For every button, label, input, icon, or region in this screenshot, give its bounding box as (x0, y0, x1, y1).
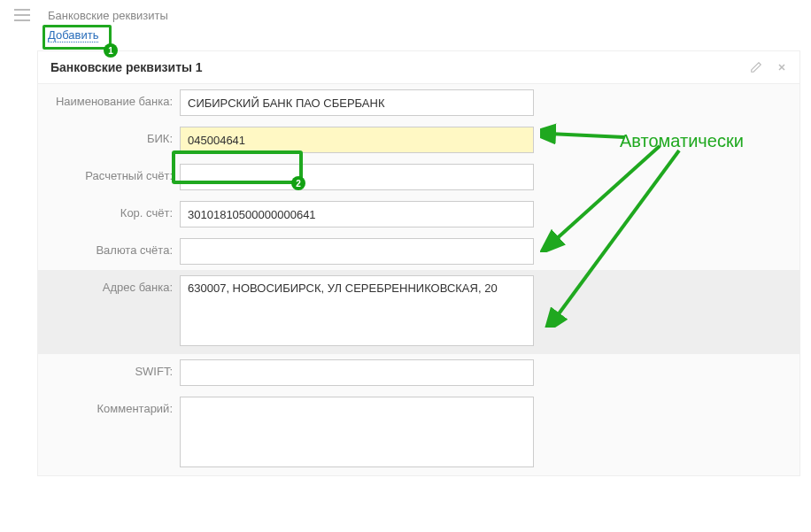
account-input[interactable] (180, 164, 534, 190)
menu-icon[interactable] (14, 9, 30, 21)
currency-label: Валюта счёта: (47, 238, 180, 257)
comment-label: Комментарий: (47, 397, 180, 415)
edit-icon[interactable] (750, 61, 762, 73)
annotation-badge-2: 2 (291, 176, 305, 190)
annotation-auto-label: Автоматически (620, 131, 744, 151)
bank-name-input[interactable] (180, 89, 534, 116)
annotation-highlight-1 (42, 25, 112, 50)
address-label: Адрес банка: (47, 275, 180, 294)
bik-label: БИК: (47, 127, 180, 145)
corr-label: Кор. счёт: (47, 201, 180, 220)
annotation-badge-1: 1 (104, 43, 118, 58)
swift-input[interactable] (180, 359, 534, 386)
panel-title: Банковские реквизиты 1 (50, 60, 203, 74)
corr-input[interactable] (180, 201, 534, 227)
currency-input[interactable] (180, 238, 534, 265)
swift-label: SWIFT: (47, 359, 180, 378)
section-title: Банковские реквизиты (48, 9, 168, 22)
bank-name-label: Наименование банка: (47, 89, 180, 108)
close-icon[interactable] (776, 62, 787, 73)
comment-input[interactable] (180, 397, 534, 467)
bik-input[interactable] (180, 127, 534, 153)
bank-details-panel: Банковские реквизиты 1 Наименование банк… (37, 50, 800, 476)
address-input[interactable] (180, 275, 534, 346)
account-label: Расчетный счёт: (47, 164, 180, 182)
